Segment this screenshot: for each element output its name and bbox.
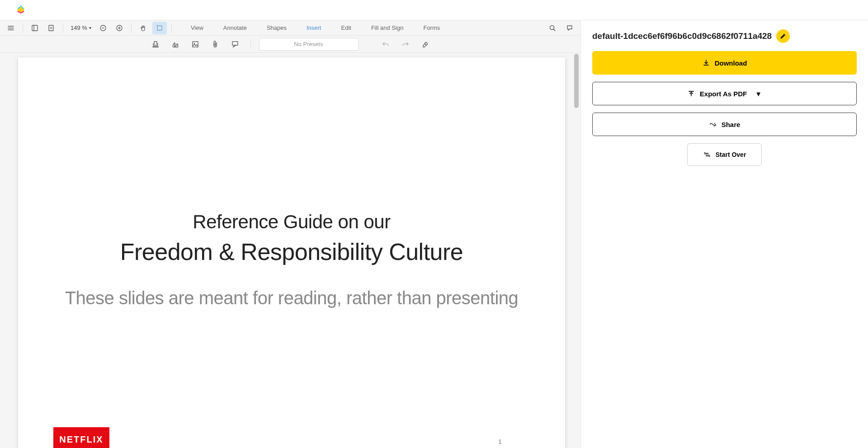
export-label: Export As PDF xyxy=(700,90,747,98)
presets-dropdown[interactable]: No Presets xyxy=(259,38,359,51)
document-scroll-area[interactable]: Reference Guide on our Freedom & Respons… xyxy=(0,53,580,448)
vertical-scrollbar[interactable] xyxy=(574,53,579,448)
svg-rect-15 xyxy=(232,42,238,45)
scrollbar-thumb[interactable] xyxy=(574,54,579,108)
zoom-out-icon[interactable] xyxy=(96,22,110,34)
hamburger-menu-icon[interactable] xyxy=(4,22,18,34)
stamp-icon[interactable] xyxy=(148,38,163,51)
separator xyxy=(23,24,23,33)
redo-icon[interactable] xyxy=(398,38,413,51)
attachment-icon[interactable] xyxy=(208,38,222,51)
share-button[interactable]: Share xyxy=(592,113,857,136)
main-toolbar: 149 %▾ View Annotate Shapes Insert Edit … xyxy=(0,20,580,36)
download-icon xyxy=(702,59,710,67)
chevron-down-icon: ▼ xyxy=(755,90,762,98)
insert-subtoolbar: No Presets xyxy=(0,36,580,53)
menu-annotate[interactable]: Annotate xyxy=(213,20,257,36)
actions-sidebar: default-1dcec6ef6f96b6c0d9c6862f0711a428… xyxy=(581,20,868,448)
pencil-icon xyxy=(780,33,786,39)
menu-insert[interactable]: Insert xyxy=(297,20,331,36)
separator xyxy=(131,24,132,33)
pdf-viewer-area: 149 %▾ View Annotate Shapes Insert Edit … xyxy=(0,20,581,448)
menu-shapes[interactable]: Shapes xyxy=(257,20,297,36)
page-number: 1 xyxy=(498,438,502,445)
menu-forms[interactable]: Forms xyxy=(413,20,450,36)
edit-filename-button[interactable] xyxy=(776,29,790,43)
netflix-logo: NETFLIX xyxy=(53,427,109,448)
svg-line-16 xyxy=(425,43,426,45)
zoom-value: 149 % xyxy=(71,24,87,31)
svg-rect-9 xyxy=(157,26,162,30)
preset-label: No Presets xyxy=(294,41,323,47)
signature-icon[interactable] xyxy=(168,38,183,51)
zoom-dropdown[interactable]: 149 %▾ xyxy=(71,24,91,31)
slide-title: Freedom & Responsibility Culture xyxy=(45,238,538,265)
separator xyxy=(171,24,172,33)
menu-edit[interactable]: Edit xyxy=(331,20,361,36)
zoom-control: 149 %▾ xyxy=(68,24,94,31)
search-icon[interactable] xyxy=(545,22,560,34)
svg-line-11 xyxy=(554,29,556,31)
eraser-icon[interactable] xyxy=(418,38,433,51)
selection-tool-icon[interactable] xyxy=(152,22,167,34)
separator xyxy=(63,24,63,33)
zoom-in-icon[interactable] xyxy=(112,22,127,34)
menu-fill-and-sign[interactable]: Fill and Sign xyxy=(361,20,414,36)
restart-icon xyxy=(703,151,711,159)
sidebar-toggle-icon[interactable] xyxy=(28,22,42,34)
app-logo[interactable] xyxy=(15,5,26,15)
download-label: Download xyxy=(715,59,747,67)
page-view-icon[interactable] xyxy=(44,22,58,34)
callout-icon[interactable] xyxy=(228,38,242,51)
start-over-button[interactable]: Start Over xyxy=(687,143,762,166)
comment-icon[interactable] xyxy=(562,22,577,34)
share-icon xyxy=(709,120,717,128)
download-button[interactable]: Download xyxy=(592,51,857,75)
menu-view[interactable]: View xyxy=(181,20,213,36)
separator xyxy=(250,40,251,49)
menu-bar: View Annotate Shapes Insert Edit Fill an… xyxy=(181,20,450,36)
app-header xyxy=(0,0,868,20)
svg-point-14 xyxy=(193,42,194,43)
svg-point-3 xyxy=(50,27,52,29)
pan-hand-icon[interactable] xyxy=(136,22,151,34)
undo-icon[interactable] xyxy=(378,38,393,51)
svg-rect-2 xyxy=(49,25,53,31)
slide-subtitle: These slides are meant for reading, rath… xyxy=(45,288,538,308)
slide-content: Reference Guide on our Freedom & Respons… xyxy=(45,85,538,308)
image-icon[interactable] xyxy=(188,38,203,51)
file-title-row: default-1dcec6ef6f96b6c0d9c6862f0711a428 xyxy=(592,29,857,43)
start-over-label: Start Over xyxy=(716,151,746,158)
pdf-page[interactable]: Reference Guide on our Freedom & Respons… xyxy=(18,57,565,448)
upload-icon xyxy=(687,90,695,98)
file-name: default-1dcec6ef6f96b6c0d9c6862f0711a428 xyxy=(592,31,772,41)
chevron-down-icon: ▾ xyxy=(89,25,91,30)
export-pdf-button[interactable]: Export As PDF ▼ xyxy=(592,82,857,105)
share-label: Share xyxy=(722,121,741,128)
slide-supertitle: Reference Guide on our xyxy=(45,211,538,233)
svg-rect-13 xyxy=(193,42,198,47)
svg-rect-0 xyxy=(32,25,38,31)
